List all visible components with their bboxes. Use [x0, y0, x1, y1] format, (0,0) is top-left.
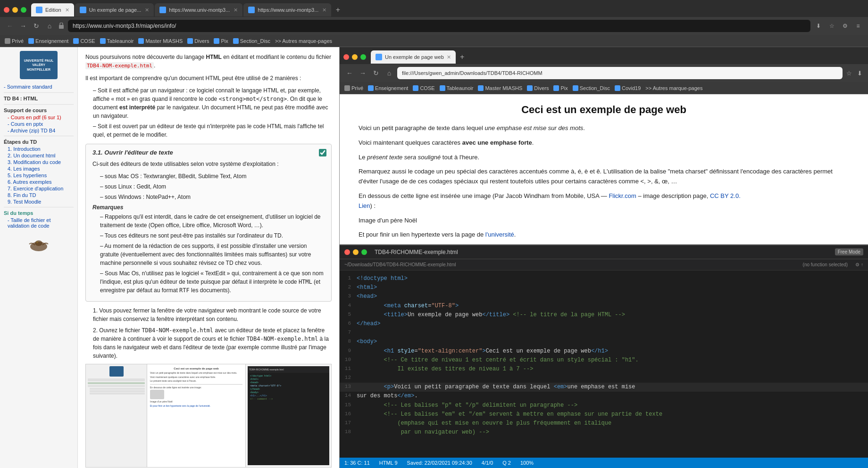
bookmark-button[interactable]: ☆: [826, 21, 837, 31]
university-link[interactable]: l'université: [485, 231, 514, 238]
back-button[interactable]: ←: [5, 21, 15, 31]
tab-montp3-2[interactable]: https://www.univ-montp3... ✕: [243, 3, 331, 16]
editor-max-button[interactable]: [361, 249, 367, 255]
sidebar-item-exercice[interactable]: 7. Exercice d'application: [0, 185, 77, 192]
line-number: 3: [340, 292, 357, 301]
download-button[interactable]: ⬇: [813, 21, 824, 31]
bookmark-divers[interactable]: Divers: [187, 38, 209, 44]
bookmark-cose[interactable]: COSE: [73, 38, 95, 44]
sidebar-item-images[interactable]: 4. Les images: [0, 165, 77, 172]
right-refresh-button[interactable]: ↻: [371, 68, 381, 78]
sidebar-item-pptx[interactable]: - Cours en pptx: [0, 121, 77, 127]
tab-montp3-1[interactable]: https://www.univ-montp3... ✕: [155, 3, 242, 16]
tab-close-button[interactable]: ✕: [234, 7, 238, 13]
sidebar-item-autres[interactable]: 6. Autres exemples: [0, 179, 77, 185]
right-back-button[interactable]: ←: [344, 68, 355, 78]
right-home-button[interactable]: ⌂: [384, 68, 394, 78]
cc-link[interactable]: CC BY 2.0.: [710, 192, 741, 199]
bookmark-enseignement[interactable]: Enseignement: [28, 38, 68, 44]
sidebar-item-taille[interactable]: - Taille de fichier et validation de cod…: [0, 217, 77, 229]
tab-bar: Edition ✕ Un exemple de page... ✕ https:…: [0, 0, 868, 17]
sidebar-item-archive[interactable]: - Archive (zip) TD B4: [0, 127, 77, 134]
right-bookmark-more[interactable]: >> Autres marque-pages: [645, 85, 702, 91]
line-content: <!doctype html>: [357, 274, 868, 283]
tab-favicon: [36, 7, 42, 13]
right-new-tab-button[interactable]: +: [457, 51, 468, 63]
sidebar-item-hyperliens[interactable]: 5. Les hyperliens: [0, 172, 77, 179]
right-address-input[interactable]: [397, 67, 843, 79]
tab-exemple[interactable]: Un exemple de page... ✕: [75, 3, 154, 16]
bookmark-prive[interactable]: Privé: [5, 38, 24, 44]
right-bookmark-section[interactable]: Section_Disc: [573, 85, 610, 91]
tab-title: https://www.univ-montp3...: [258, 7, 318, 13]
sidebar-item-fin[interactable]: 8. Fin du TD: [0, 192, 77, 198]
right-bookmark-covid[interactable]: Covid19: [615, 85, 641, 91]
editor-min-button[interactable]: [353, 249, 359, 255]
address-input[interactable]: [68, 20, 810, 32]
webpage-preview-panel: Un exemple de page web ✕ + ← → ↻ ⌂ ☆ ⬇: [340, 47, 868, 245]
code-area[interactable]: 1 <!doctype html> 2 <html> 3 <head> 4 <m…: [340, 271, 868, 458]
line-number: 14: [340, 392, 357, 401]
bookmark-label: Divers: [534, 85, 549, 91]
tab-close-button[interactable]: ✕: [65, 7, 69, 13]
right-max-button[interactable]: [360, 54, 366, 60]
tab-close-button[interactable]: ✕: [322, 7, 326, 13]
right-bookmark-ens[interactable]: Enseignement: [368, 85, 408, 91]
right-bookmark-cose[interactable]: COSE: [413, 85, 434, 91]
section-checkbox[interactable]: [319, 149, 326, 156]
sidebar-decoration: [0, 235, 77, 254]
sidebar-item-pdf[interactable]: - Cours en pdf (6 sur 1): [0, 114, 77, 121]
sidebar-item-moodle[interactable]: 9. Test Moodle: [0, 198, 77, 205]
code-line-11: 11 Il existe des titres de niveau 1 à 7 …: [340, 365, 868, 374]
right-action-button[interactable]: ⬇: [856, 69, 863, 77]
bookmark-icon: [615, 85, 620, 91]
bookmark-master[interactable]: Master MIASHS: [138, 38, 183, 44]
forward-button[interactable]: →: [18, 21, 28, 31]
new-tab-button[interactable]: +: [332, 4, 343, 16]
bird-icon: [25, 235, 53, 254]
extensions-button[interactable]: ⚙: [840, 21, 850, 31]
sidebar-item-intro[interactable]: 1. Introduction: [0, 146, 77, 152]
line-content: <h1 style="text-align:center">Ceci est u…: [357, 347, 868, 356]
tab-close-button[interactable]: ✕: [145, 7, 149, 13]
right-min-button[interactable]: [352, 54, 358, 60]
right-bookmark-prive[interactable]: Privé: [344, 85, 363, 91]
bookmark-more[interactable]: >> Autres marque-pages: [275, 38, 332, 44]
editor-close-button[interactable]: [344, 249, 350, 255]
sidebar-item-sommaire[interactable]: - Sommaire standard: [0, 83, 77, 90]
bookmark-tableaunoir[interactable]: Tableaunoir: [100, 38, 134, 44]
menu-button[interactable]: ≡: [853, 21, 863, 31]
right-bookmark-tableau[interactable]: Tableaunoir: [440, 85, 474, 91]
sidebar-item-modif[interactable]: 3. Modification du code: [0, 159, 77, 165]
maximize-window-button[interactable]: [21, 7, 26, 13]
code-line-3: 3 <head>: [340, 292, 868, 301]
bookmark-label: Covid19: [622, 85, 641, 91]
refresh-button[interactable]: ↻: [31, 21, 42, 31]
bookmark-label: Divers: [194, 38, 209, 44]
bookmark-pix[interactable]: Pix: [214, 38, 228, 44]
right-address-bar: ← → ↻ ⌂ ☆ ⬇: [340, 64, 868, 82]
line-content: <head>: [357, 292, 868, 301]
home-button[interactable]: ⌂: [44, 21, 55, 31]
right-forward-button[interactable]: →: [358, 68, 368, 78]
close-window-button[interactable]: [4, 7, 9, 13]
right-bookmark-divers[interactable]: Divers: [527, 85, 549, 91]
editor-path: ~/Downloads/TDB4/TDB4-RICHOMME-exemple.h…: [344, 262, 456, 267]
minimize-window-button[interactable]: [12, 7, 18, 13]
right-tab-webpage[interactable]: Un exemple de page web ✕: [371, 50, 456, 64]
lien-link[interactable]: Lien: [359, 202, 370, 209]
line-number: 6: [340, 320, 357, 328]
right-bookmark-button[interactable]: ☆: [845, 69, 853, 77]
sidebar-item-doc[interactable]: 2. Un document html: [0, 152, 77, 159]
right-bookmark-master[interactable]: Master MIASHS: [478, 85, 522, 91]
bookmark-section-disc[interactable]: Section_Disc: [233, 38, 270, 44]
right-tab-bar: Un exemple de page web ✕ +: [340, 47, 868, 64]
flickr-link[interactable]: Flickr.com: [609, 192, 636, 199]
tab-edition[interactable]: Edition ✕: [31, 3, 74, 16]
right-tab-close[interactable]: ✕: [447, 54, 451, 60]
security-icon: [58, 23, 65, 29]
right-close-button[interactable]: [343, 54, 349, 60]
right-bookmark-pix[interactable]: Pix: [553, 85, 568, 91]
line-content: sur des mots</em>.: [357, 392, 868, 401]
tab-title: Un exemple de page...: [89, 7, 142, 13]
